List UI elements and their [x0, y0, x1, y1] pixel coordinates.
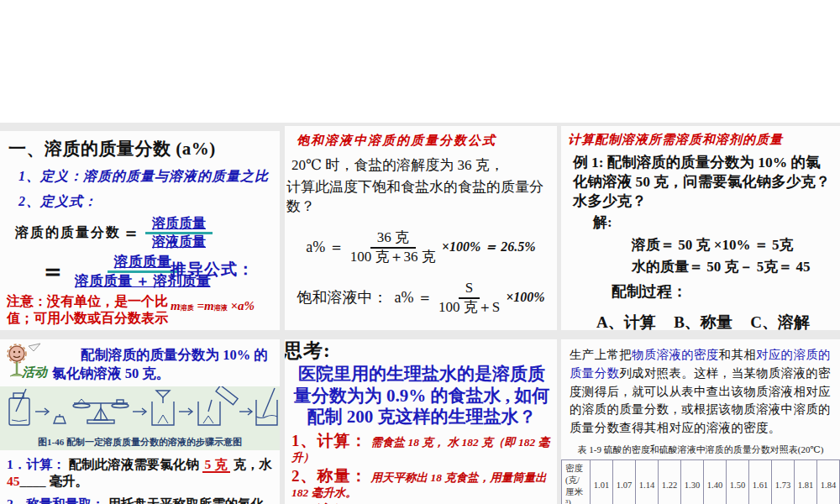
equals-sign: ＝: [123, 222, 139, 244]
subscript-solution: 溶液: [214, 304, 228, 312]
example-problem: 例 1: 配制溶质的质量分数为 10% 的氯化钠溶液 50 克，问需要氯化钠多少…: [573, 153, 833, 210]
step-label: 1、计算：: [291, 432, 368, 449]
slide-definition[interactable]: 一、溶质的质量分数 (a%) 1、定义：溶质的质量与溶液的质量之比 2、定义式：…: [0, 131, 280, 330]
think-question: 医院里用的生理盐水的是溶质质量分数为为 0.9% 的食盐水 , 如何配制 200…: [290, 364, 554, 428]
preparation-steps-diagram: 图1-46 配制一定溶质质量分数的溶液的步骤示意图: [0, 386, 280, 450]
slide-sorter-page: 一、溶质的质量分数 (a%) 1、定义：溶质的质量与溶液的质量之比 2、定义式：…: [0, 0, 840, 504]
blank-line: ____: [20, 474, 46, 488]
figure-caption: 图1-46 配制一定溶质质量分数的溶液的步骤示意图: [0, 436, 280, 449]
table-intro-paragraph: 生产上常把物质溶液的密度和其相对应的溶质的质量分数列成对照表。这样，当某物质溶液…: [570, 346, 835, 438]
table-cell: 1.30: [681, 459, 704, 504]
step1-text: 克，水: [234, 457, 273, 471]
table-cell: 1.50: [727, 459, 749, 504]
step1-label: 1．计算：: [7, 457, 66, 471]
paragraph-text: 和其相: [719, 348, 756, 361]
think-header: 思考:: [285, 339, 557, 364]
slide3-title: 计算配制溶液所需溶质和溶剂的质量: [568, 132, 840, 148]
density-fraction-table: 密度(克/厘米³) 1.011.071.141.221.301.401.501.…: [561, 459, 840, 504]
slide2-title: 饱和溶液中溶质的质量分数公式: [297, 133, 557, 149]
times-a-percent: ×a%: [230, 299, 255, 312]
formula-rhs: ×100%: [506, 290, 544, 305]
table-cell: 1.81: [795, 459, 817, 504]
definition-line: 1、定义：溶质的质量与溶液的质量之比: [18, 168, 280, 186]
definition-formula-line: 2、定义式：: [18, 193, 280, 211]
think-steps: 1、计算： 需食盐 18 克， 水 182 克（即 182 毫升） 2、称量： …: [291, 432, 555, 504]
fraction-solute-solution: 溶质质量 溶液质量: [145, 216, 213, 250]
step2-label: 2．称量和量取：: [7, 496, 104, 504]
table-cell: 1.01: [591, 459, 613, 504]
activity-step-1: 1．计算： 配制此溶液需要氯化钠 5 克 克，水45____ 毫升。: [7, 456, 275, 490]
formula-lhs: a% ＝: [306, 237, 344, 257]
table-cell: 1.22: [659, 459, 681, 504]
think-step-1: 1、计算： 需食盐 18 克， 水 182 克（即 182 毫升）: [291, 432, 555, 465]
fraction-denominator: 100 克＋S: [438, 299, 500, 316]
slide1-title: 一、溶质的质量分数 (a%): [8, 137, 280, 160]
calc-water: 水的质量＝ 50 克－ 5克＝ 45: [632, 257, 840, 276]
step-weigh: B、称量: [674, 312, 732, 330]
activity-step-2: 2．称量和量取： 用托盘天平称取所需的氯化钠，放入烧杯中。用量筒量取所需的水。: [7, 496, 275, 504]
formula-prefix: 饱和溶液中：: [297, 287, 387, 307]
formula-row-1: 溶质的质量分数 ＝ 溶质质量 溶液质量: [15, 216, 280, 250]
note-text: 注意：没有单位，是一个比值；可用小数或百分数表示: [7, 293, 175, 327]
table-cell: 1.40: [704, 459, 727, 504]
fraction-numerator: S: [459, 280, 480, 299]
derive-label: 推导公式：: [171, 259, 273, 281]
slide-think[interactable]: 思考: 医院里用的生理盐水的是溶质质量分数为为 0.9% 的食盐水 , 如何配制…: [285, 339, 557, 504]
fraction-numerator: 36 克: [370, 229, 416, 249]
table-cell: 1.07: [613, 459, 636, 504]
fraction-s-over-100-plus-s: S 100 克＋S: [438, 280, 500, 315]
step1-text: 配制此溶液需要氯化钠: [69, 457, 199, 471]
step-label: 2、称量：: [291, 467, 368, 485]
fraction-denominator: 溶液质量: [152, 234, 206, 249]
table-cell: 1.14: [636, 459, 659, 504]
fraction-denominator: 100 克＋36 克: [350, 249, 436, 265]
derived-formula-block: 推导公式： m溶质 =m溶液 ×a%: [171, 259, 273, 313]
worked-formula: a% ＝ 36 克 100 克＋36 克 ×100% ＝ 26.5%: [285, 229, 557, 265]
slide-activity[interactable]: 活动 配制溶质的质量分数为 10% 的氯化钠溶液 50 克。: [0, 339, 280, 504]
general-formula: 饱和溶液中： a% ＝ S 100 克＋S ×100%: [285, 280, 557, 315]
step1-answer-salt: 5 克: [202, 457, 230, 473]
table-caption: 表 1-9 硫酸的密度和硫酸溶液中溶质的质量分数对照表(20℃): [561, 444, 840, 456]
subscript-solute: 溶质: [181, 304, 194, 312]
activity-badge-label: 活动: [22, 365, 47, 381]
m-symbol: m: [204, 299, 214, 312]
table-row-density: 密度(克/厘米³) 1.011.071.141.221.301.401.501.…: [562, 459, 840, 504]
row-header-density: 密度(克/厘米³): [562, 459, 591, 504]
highlight-density: 物质溶液的密度: [632, 348, 719, 361]
activity-header: 活动 配制溶质的质量分数为 10% 的氯化钠溶液 50 克。: [0, 343, 280, 384]
fraction-36-over-136: 36 克 100 克＋36 克: [350, 229, 436, 265]
derived-formula: m溶质 =m溶液 ×a%: [171, 299, 273, 313]
step-calculate: A、计算: [596, 312, 656, 330]
activity-title: 配制溶质的质量分数为 10% 的氯化钠溶液 50 克。: [52, 346, 272, 384]
problem-line-1: 20℃ 时，食盐的溶解度为 36 克，: [291, 155, 557, 175]
solve-label: 解:: [593, 213, 840, 232]
formula-label: 溶质的质量分数: [15, 224, 121, 242]
process-label: 配制过程：: [612, 281, 840, 302]
calc-solute: 溶质＝ 50 克 ×10% ＝ 5克: [632, 235, 840, 255]
fraction-numerator: 溶质质量: [145, 216, 213, 234]
step1-text: 毫升。: [49, 474, 88, 488]
slide-saturated-formula[interactable]: 饱和溶液中溶质的质量分数公式 20℃ 时，食盐的溶解度为 36 克， 计算此温度…: [285, 126, 557, 330]
activity-badge-icon: 活动: [0, 343, 52, 381]
slide-density-table[interactable]: 生产上常把物质溶液的密度和其相对应的溶质的质量分数列成对照表。这样，当某物质溶液…: [561, 339, 840, 504]
equals-sign: ＝: [40, 255, 66, 289]
step-dissolve: C、溶解: [750, 312, 810, 330]
problem-line-2: 计算此温度下饱和食盐水的食盐的质量分数？: [286, 177, 557, 216]
fraction-numerator: 溶质质量: [108, 254, 178, 274]
diagram-drawing: [0, 386, 280, 435]
table-cell: 1.84: [817, 459, 840, 504]
slide-example-calculation[interactable]: 计算配制溶液所需溶质和溶剂的质量 例 1: 配制溶质的质量分数为 10% 的氯化…: [561, 126, 840, 330]
formula-lhs: a% ＝: [394, 287, 432, 307]
table-cell: 1.73: [772, 459, 795, 504]
think-step-2: 2、称量： 用天平称出 18 克食盐，用量筒量出 182 毫升水。: [291, 467, 555, 500]
process-steps: A、计算 B、称量 C、溶解: [596, 312, 810, 330]
table-cell: 1.61: [749, 459, 772, 504]
equals-sign: =: [197, 299, 204, 312]
formula-rhs: ×100% ＝ 26.5%: [442, 239, 536, 256]
step1-answer-water: 45: [7, 474, 20, 488]
paragraph-text: 生产上常把: [570, 348, 632, 361]
